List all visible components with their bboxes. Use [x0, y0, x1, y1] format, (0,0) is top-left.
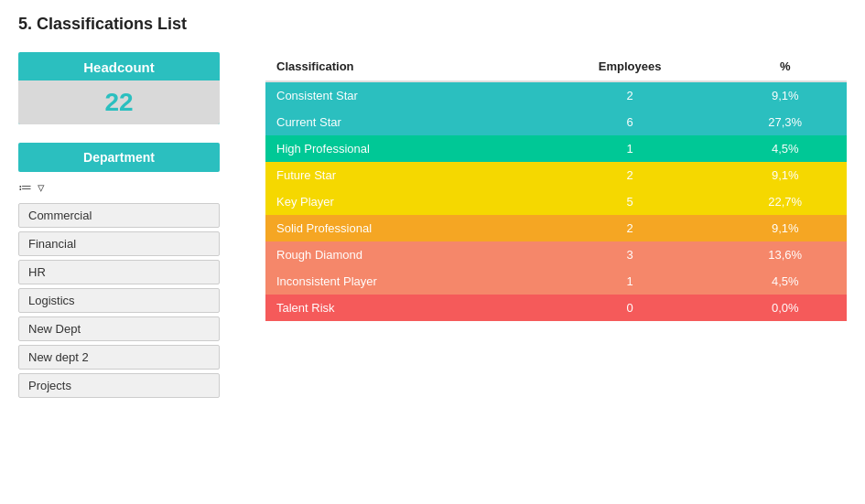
department-item[interactable]: Financial — [18, 231, 220, 256]
table-row: Rough Diamond313,6% — [265, 241, 847, 268]
classification-name: Solid Professional — [265, 215, 536, 241]
main-layout: Headcount 22 Department ≔ ▿ CommercialFi… — [18, 52, 847, 405]
table-row: Solid Professional29,1% — [265, 215, 847, 241]
classification-percent: 27,3% — [723, 109, 847, 135]
col-header-classification: Classification — [265, 52, 536, 81]
filter-icons-row: ≔ ▿ — [18, 177, 220, 198]
classification-name: Key Player — [265, 188, 536, 215]
page-title: 5. Classifications List — [18, 15, 847, 34]
table-row: Talent Risk00,0% — [265, 295, 847, 321]
classification-percent: 22,7% — [723, 188, 847, 215]
table-header-row: Classification Employees % — [265, 52, 847, 81]
classification-percent: 13,6% — [723, 241, 847, 268]
right-panel: Classification Employees % Consistent St… — [265, 52, 847, 321]
table-row: Future Star29,1% — [265, 162, 847, 188]
sort-icon-button[interactable]: ≔ — [18, 179, 32, 196]
col-header-employees: Employees — [536, 52, 724, 81]
classification-percent: 9,1% — [723, 215, 847, 241]
table-row: Inconsistent Player14,5% — [265, 268, 847, 295]
classification-percent: 0,0% — [723, 295, 847, 321]
sort-icon: ≔ — [18, 179, 32, 195]
classification-employees: 2 — [536, 81, 724, 109]
department-item[interactable]: Projects — [18, 373, 220, 398]
classification-percent: 9,1% — [723, 162, 847, 188]
classification-employees: 6 — [536, 109, 724, 135]
classification-employees: 2 — [536, 215, 724, 241]
department-header: Department — [18, 143, 220, 172]
table-body: Consistent Star29,1%Current Star627,3%Hi… — [265, 81, 847, 321]
department-item[interactable]: New dept 2 — [18, 345, 220, 370]
department-list: CommercialFinancialHRLogisticsNew DeptNe… — [18, 203, 220, 398]
classification-employees: 1 — [536, 268, 724, 295]
table-row: Key Player522,7% — [265, 188, 847, 215]
classification-name: Talent Risk — [265, 295, 536, 321]
classification-name: Rough Diamond — [265, 241, 536, 268]
classification-employees: 0 — [536, 295, 724, 321]
department-item[interactable]: Logistics — [18, 288, 220, 313]
col-header-percent: % — [723, 52, 847, 81]
classification-name: High Professional — [265, 135, 536, 162]
table-row: Consistent Star29,1% — [265, 81, 847, 109]
table-row: Current Star627,3% — [265, 109, 847, 135]
classification-percent: 9,1% — [723, 81, 847, 109]
table-row: High Professional14,5% — [265, 135, 847, 162]
classification-percent: 4,5% — [723, 135, 847, 162]
department-item[interactable]: HR — [18, 260, 220, 284]
department-item[interactable]: New Dept — [18, 316, 220, 341]
classification-percent: 4,5% — [723, 268, 847, 295]
filter-icon: ▿ — [38, 179, 45, 195]
classification-employees: 5 — [536, 188, 724, 215]
left-panel: Headcount 22 Department ≔ ▿ CommercialFi… — [18, 52, 220, 405]
classification-employees: 1 — [536, 135, 724, 162]
classification-employees: 2 — [536, 162, 724, 188]
classification-name: Consistent Star — [265, 81, 536, 109]
department-item[interactable]: Commercial — [18, 203, 220, 228]
classification-employees: 3 — [536, 241, 724, 268]
filter-icon-button[interactable]: ▿ — [38, 179, 45, 196]
department-box: Department ≔ ▿ CommercialFinancialHRLogi… — [18, 143, 220, 398]
headcount-value: 22 — [18, 80, 220, 124]
classification-name: Current Star — [265, 109, 536, 135]
classification-name: Inconsistent Player — [265, 268, 536, 295]
classification-name: Future Star — [265, 162, 536, 188]
headcount-box: Headcount 22 — [18, 52, 220, 124]
headcount-label: Headcount — [18, 52, 220, 80]
classifications-table: Classification Employees % Consistent St… — [265, 52, 847, 321]
